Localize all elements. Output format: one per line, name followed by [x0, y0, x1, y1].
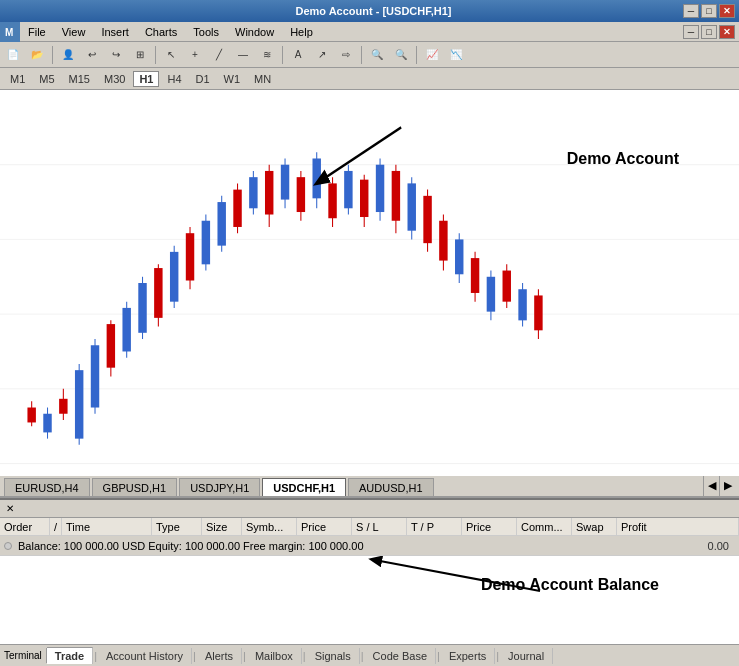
- menu-view[interactable]: View: [54, 24, 94, 40]
- svg-rect-43: [297, 177, 305, 212]
- svg-rect-65: [471, 258, 479, 293]
- col-sort: /: [50, 518, 62, 535]
- arrow-btn[interactable]: ⇨: [335, 45, 357, 65]
- chart-down-btn[interactable]: 📉: [445, 45, 467, 65]
- svg-text:M: M: [5, 27, 13, 38]
- col-price2: Price: [462, 518, 517, 535]
- crosshair-btn[interactable]: +: [184, 45, 206, 65]
- inner-minimize-button[interactable]: ─: [683, 25, 699, 39]
- label-btn[interactable]: ↗: [311, 45, 333, 65]
- chart-container: Demo Account: [0, 90, 739, 476]
- tf-m5[interactable]: M5: [33, 71, 60, 87]
- profiles-btn[interactable]: 👤: [57, 45, 79, 65]
- col-comm: Comm...: [517, 518, 572, 535]
- table-header: Order / Time Type Size Symb... Price S /…: [0, 518, 739, 536]
- zoom-in-btn[interactable]: 🔍: [366, 45, 388, 65]
- terminal-container: ✕ Order / Time Type Size Symb... Price S…: [0, 498, 739, 666]
- menu-file[interactable]: File: [20, 24, 54, 40]
- demo-account-label: Demo Account: [567, 150, 679, 168]
- tf-m15[interactable]: M15: [63, 71, 96, 87]
- tab-experts[interactable]: Experts: [441, 648, 495, 664]
- col-size: Size: [202, 518, 242, 535]
- toolbar-1: 📄 📂 👤 ↩ ↪ ⊞ ↖ + ╱ ― ≋ A ↗ ⇨ 🔍 🔍 📈 📉: [0, 42, 739, 68]
- menu-tools[interactable]: Tools: [185, 24, 227, 40]
- svg-rect-17: [91, 345, 99, 407]
- hline-btn[interactable]: ―: [232, 45, 254, 65]
- chart-tab-audusd[interactable]: AUDUSD,H1: [348, 478, 434, 496]
- chart-tab-left-arrow[interactable]: ◀: [703, 474, 719, 496]
- svg-rect-51: [360, 180, 368, 217]
- new-chart-btn[interactable]: 📄: [2, 45, 24, 65]
- tab-codebase[interactable]: Code Base: [365, 648, 436, 664]
- inner-close-button[interactable]: ✕: [719, 25, 735, 39]
- separator-2: [155, 46, 156, 64]
- timeframe-bar: M1 M5 M15 M30 H1 H4 D1 W1 MN: [0, 68, 739, 90]
- tab-account-history[interactable]: Account History: [98, 648, 192, 664]
- svg-rect-67: [487, 277, 495, 312]
- close-button[interactable]: ✕: [719, 4, 735, 18]
- col-order: Order: [0, 518, 50, 535]
- open-btn[interactable]: 📂: [26, 45, 48, 65]
- tab-alerts[interactable]: Alerts: [197, 648, 242, 664]
- redo-btn[interactable]: ↪: [105, 45, 127, 65]
- window-title: Demo Account - [USDCHF,H1]: [64, 5, 683, 17]
- tf-w1[interactable]: W1: [218, 71, 247, 87]
- svg-rect-63: [455, 239, 463, 274]
- menu-insert[interactable]: Insert: [93, 24, 137, 40]
- text-btn[interactable]: A: [287, 45, 309, 65]
- svg-rect-41: [281, 165, 289, 200]
- bottom-tabs: Terminal Trade | Account History | Alert…: [0, 644, 739, 666]
- svg-rect-23: [138, 283, 146, 333]
- tf-h1[interactable]: H1: [133, 71, 159, 87]
- tf-mn[interactable]: MN: [248, 71, 277, 87]
- svg-rect-35: [233, 190, 241, 227]
- svg-rect-27: [170, 252, 178, 302]
- chart-tab-eurusd[interactable]: EURUSD,H4: [4, 478, 90, 496]
- svg-rect-55: [392, 171, 400, 221]
- tf-d1[interactable]: D1: [190, 71, 216, 87]
- terminal-label[interactable]: Terminal: [0, 648, 47, 663]
- chart-area[interactable]: Demo Account: [0, 90, 739, 476]
- svg-rect-61: [439, 221, 447, 261]
- tab-signals[interactable]: Signals: [307, 648, 360, 664]
- profit-value: 0.00: [708, 540, 735, 552]
- chart-tab-right-arrow[interactable]: ▶: [719, 474, 735, 496]
- balance-arrow: [0, 556, 739, 644]
- tf-m30[interactable]: M30: [98, 71, 131, 87]
- svg-rect-29: [186, 233, 194, 280]
- terminal-close-button[interactable]: ✕: [4, 503, 16, 515]
- tf-h4[interactable]: H4: [161, 71, 187, 87]
- terminal-header: ✕: [0, 500, 739, 518]
- chart-up-btn[interactable]: 📈: [421, 45, 443, 65]
- tab-mailbox[interactable]: Mailbox: [247, 648, 302, 664]
- chart-tab-usdchf[interactable]: USDCHF,H1: [262, 478, 346, 496]
- svg-rect-13: [59, 399, 67, 414]
- tab-trade[interactable]: Trade: [47, 647, 93, 664]
- tab-journal[interactable]: Journal: [500, 648, 553, 664]
- demo-balance-label: Demo Account Balance: [481, 576, 659, 594]
- inner-restore-button[interactable]: □: [701, 25, 717, 39]
- candlestick-chart: [0, 90, 739, 476]
- col-profit: Profit: [617, 518, 739, 535]
- svg-rect-73: [534, 295, 542, 330]
- chart-tab-usdjpy[interactable]: USDJPY,H1: [179, 478, 260, 496]
- svg-rect-15: [75, 370, 83, 438]
- window-btn[interactable]: ⊞: [129, 45, 151, 65]
- maximize-button[interactable]: □: [701, 4, 717, 18]
- undo-btn[interactable]: ↩: [81, 45, 103, 65]
- svg-rect-71: [518, 289, 526, 320]
- line-btn[interactable]: ╱: [208, 45, 230, 65]
- cursor-btn[interactable]: ↖: [160, 45, 182, 65]
- menu-charts[interactable]: Charts: [137, 24, 185, 40]
- minimize-button[interactable]: ─: [683, 4, 699, 18]
- col-tp: T / P: [407, 518, 462, 535]
- fib-btn[interactable]: ≋: [256, 45, 278, 65]
- menu-window[interactable]: Window: [227, 24, 282, 40]
- svg-rect-69: [503, 271, 511, 302]
- svg-rect-37: [249, 177, 257, 208]
- tf-m1[interactable]: M1: [4, 71, 31, 87]
- zoom-out-btn[interactable]: 🔍: [390, 45, 412, 65]
- chart-tab-gbpusd[interactable]: GBPUSD,H1: [92, 478, 178, 496]
- window-controls: ─ □ ✕: [683, 4, 735, 18]
- menu-help[interactable]: Help: [282, 24, 321, 40]
